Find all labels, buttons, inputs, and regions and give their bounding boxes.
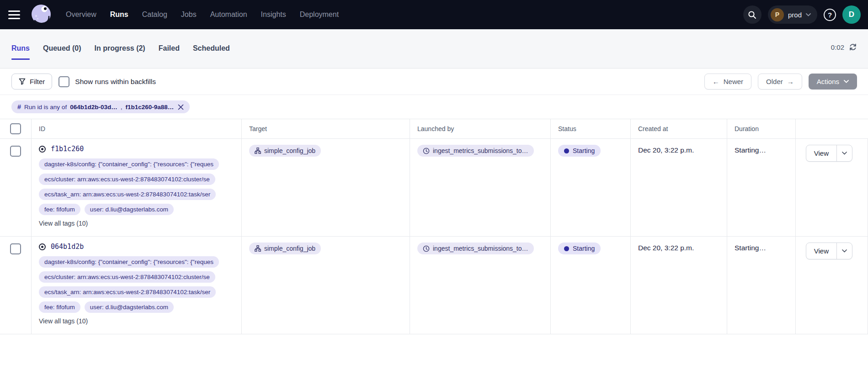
run-id-link[interactable]: 064b1d2b bbox=[51, 243, 84, 251]
refresh-icon[interactable] bbox=[849, 43, 857, 51]
run-tag[interactable]: dagster-k8s/config: {"container_config":… bbox=[39, 158, 219, 170]
filter-chip-id-1: 064b1d2b-03d… bbox=[70, 104, 117, 111]
nav-item-deployment[interactable]: Deployment bbox=[300, 11, 339, 19]
runs-table-header: ID Target Launched by Status Created at … bbox=[0, 119, 868, 139]
tab-runs[interactable]: Runs bbox=[11, 29, 30, 64]
column-header-id: ID bbox=[32, 119, 242, 138]
status-dot-icon bbox=[564, 246, 569, 251]
run-id-filter-chip[interactable]: # Run id is any of 064b1d2b-03d… , f1b1c… bbox=[11, 100, 190, 113]
nav-item-jobs[interactable]: Jobs bbox=[181, 11, 197, 19]
user-avatar[interactable]: D bbox=[842, 5, 861, 24]
view-run-button-label[interactable]: View bbox=[806, 243, 836, 259]
column-header-created-at: Created at bbox=[631, 119, 727, 138]
created-at-value: Dec 20, 3:22 p.m. bbox=[638, 145, 694, 154]
actions-button[interactable]: Actions bbox=[809, 74, 857, 90]
created-at-value: Dec 20, 3:22 p.m. bbox=[638, 243, 694, 252]
help-icon[interactable]: ? bbox=[824, 9, 836, 21]
duration-value: Starting… bbox=[735, 145, 766, 154]
actions-button-label: Actions bbox=[817, 78, 839, 85]
nav-item-runs[interactable]: Runs bbox=[110, 11, 128, 19]
filter-chip-id-2: f1b1c260-9a88… bbox=[125, 104, 174, 111]
runs-toolbar: Filter Show runs within backfills ← Newe… bbox=[0, 69, 868, 95]
view-run-split-button[interactable]: View bbox=[806, 243, 852, 259]
funnel-icon bbox=[19, 78, 26, 85]
menu-icon[interactable] bbox=[8, 11, 20, 19]
tab-queued[interactable]: Queued (0) bbox=[43, 29, 81, 64]
status-dot-icon bbox=[564, 148, 569, 153]
status-label: Starting bbox=[573, 147, 595, 154]
view-run-menu-button[interactable] bbox=[836, 243, 852, 259]
run-tag[interactable]: fee: fifofum bbox=[39, 204, 80, 215]
target-job-pill[interactable]: simple_config_job bbox=[249, 243, 321, 254]
run-tag[interactable]: ecs/task_arn: arn:aws:ecs:us-west-2:8784… bbox=[39, 189, 216, 200]
job-graph-icon bbox=[255, 245, 261, 252]
nav-item-insights[interactable]: Insights bbox=[261, 11, 286, 19]
nav-item-automation[interactable]: Automation bbox=[210, 11, 247, 19]
show-backfills-label: Show runs within backfills bbox=[75, 78, 156, 86]
target-job-pill[interactable]: simple_config_job bbox=[249, 145, 321, 157]
status-badge[interactable]: Starting bbox=[558, 145, 601, 157]
search-button[interactable] bbox=[743, 5, 761, 24]
clock-icon bbox=[423, 245, 430, 252]
column-header-status: Status bbox=[551, 119, 631, 138]
status-badge[interactable]: Starting bbox=[558, 243, 601, 254]
view-run-split-button[interactable]: View bbox=[806, 145, 852, 162]
job-graph-icon bbox=[255, 148, 261, 154]
filter-button-label: Filter bbox=[30, 78, 45, 85]
chevron-down-icon bbox=[844, 80, 849, 83]
duration-value: Starting… bbox=[735, 243, 766, 252]
view-all-tags-link[interactable]: View all tags (10) bbox=[39, 220, 241, 227]
row-checkbox[interactable] bbox=[10, 146, 21, 157]
nav-item-catalog[interactable]: Catalog bbox=[142, 11, 167, 19]
view-run-menu-button[interactable] bbox=[836, 145, 852, 161]
filter-chip-prefix: Run id is any of bbox=[24, 104, 67, 111]
active-filters-row: # Run id is any of 064b1d2b-03d… , f1b1c… bbox=[0, 95, 868, 119]
remove-filter-icon[interactable] bbox=[178, 104, 184, 110]
run-tag[interactable]: ecs/cluster: arn:aws:ecs:us-west-2:87848… bbox=[39, 174, 215, 185]
run-tag[interactable]: ecs/task_arn: arn:aws:ecs:us-west-2:8784… bbox=[39, 286, 216, 298]
runs-tabs-bar: Runs Queued (0) In progress (2) Failed S… bbox=[0, 29, 868, 69]
deployment-switcher[interactable]: P prod bbox=[768, 5, 817, 24]
chevron-down-icon bbox=[842, 152, 847, 155]
run-id-link[interactable]: f1b1c260 bbox=[51, 145, 84, 153]
column-header-duration: Duration bbox=[727, 119, 796, 138]
tab-in-progress[interactable]: In progress (2) bbox=[95, 29, 145, 64]
launched-by-pill[interactable]: ingest_metrics_submissions_to… bbox=[417, 243, 534, 254]
primary-nav: Overview Runs Catalog Jobs Automation In… bbox=[66, 11, 339, 19]
view-run-button-label[interactable]: View bbox=[806, 145, 836, 161]
chevron-down-icon bbox=[806, 13, 811, 16]
status-label: Starting bbox=[573, 245, 595, 252]
filter-button[interactable]: Filter bbox=[11, 74, 52, 90]
view-all-tags-link[interactable]: View all tags (10) bbox=[39, 317, 241, 325]
select-all-checkbox[interactable] bbox=[10, 123, 21, 134]
older-button[interactable]: Older → bbox=[758, 74, 802, 90]
run-tag[interactable]: ecs/cluster: arn:aws:ecs:us-west-2:87848… bbox=[39, 271, 215, 283]
run-starting-spinner-icon bbox=[39, 146, 46, 153]
run-tag[interactable]: user: d.liu@dagsterlabs.com bbox=[85, 301, 174, 313]
hash-icon: # bbox=[17, 103, 21, 111]
nav-item-overview[interactable]: Overview bbox=[66, 11, 96, 19]
launched-by-pill[interactable]: ingest_metrics_submissions_to… bbox=[417, 145, 534, 157]
older-button-label: Older bbox=[766, 78, 783, 85]
search-icon bbox=[748, 11, 756, 19]
dagster-logo-icon[interactable] bbox=[30, 4, 52, 26]
column-header-target: Target bbox=[242, 119, 410, 138]
chevron-down-icon bbox=[842, 249, 847, 253]
run-tags: dagster-k8s/config: {"container_config":… bbox=[39, 256, 241, 313]
run-row: f1b1c260 dagster-k8s/config: {"container… bbox=[0, 139, 868, 237]
launched-by-name: ingest_metrics_submissions_to… bbox=[433, 245, 528, 252]
tab-failed[interactable]: Failed bbox=[159, 29, 180, 64]
filter-chip-separator: , bbox=[121, 104, 122, 111]
newer-button[interactable]: ← Newer bbox=[704, 74, 751, 90]
clock-icon bbox=[423, 148, 430, 154]
arrow-left-icon: ← bbox=[713, 78, 719, 85]
run-tag[interactable]: fee: fifofum bbox=[39, 301, 80, 313]
tab-scheduled[interactable]: Scheduled bbox=[193, 29, 230, 64]
run-tag[interactable]: dagster-k8s/config: {"container_config":… bbox=[39, 256, 219, 268]
show-backfills-checkbox[interactable] bbox=[59, 76, 69, 87]
row-checkbox[interactable] bbox=[10, 243, 21, 254]
run-starting-spinner-icon bbox=[39, 243, 46, 250]
deployment-avatar: P bbox=[771, 8, 784, 21]
run-tag[interactable]: user: d.liu@dagsterlabs.com bbox=[85, 204, 174, 215]
arrow-right-icon: → bbox=[787, 78, 794, 85]
